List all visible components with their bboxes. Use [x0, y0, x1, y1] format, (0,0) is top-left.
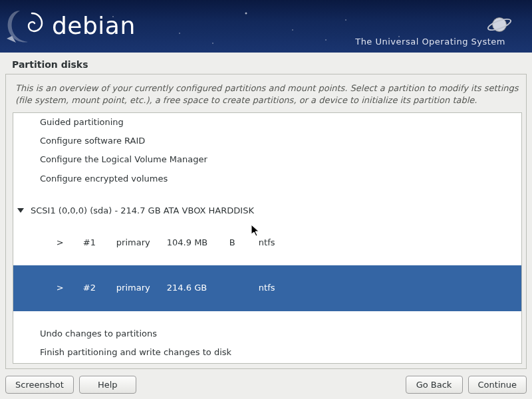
menu-configure-lvm[interactable]: Configure the Logical Volume Manager: [13, 150, 521, 169]
list-spacer: [13, 188, 521, 201]
partition-flag: [229, 281, 259, 295]
list-spacer: [13, 311, 521, 325]
button-bar: Screenshot Help Go Back Continue: [5, 376, 527, 394]
planet-icon: [487, 12, 512, 37]
tagline: The Universal Operating System: [355, 37, 505, 47]
partition-arrow: >: [57, 236, 83, 249]
menu-configure-encrypted[interactable]: Configure encrypted volumes: [13, 170, 521, 188]
disk-row[interactable]: SCSI1 (0,0,0) (sda) - 214.7 GB ATA VBOX …: [13, 201, 521, 220]
content-frame: This is an overview of your currently co…: [5, 74, 527, 369]
partition-listbox[interactable]: Guided partitioning Configure software R…: [13, 112, 522, 364]
partition-number: #2: [83, 281, 116, 295]
disk-label: SCSI1 (0,0,0) (sda) - 214.7 GB ATA VBOX …: [31, 204, 254, 217]
go-back-button[interactable]: Go Back: [406, 376, 463, 394]
page-title: Partition disks: [0, 53, 532, 74]
continue-button[interactable]: Continue: [468, 376, 527, 394]
screenshot-button[interactable]: Screenshot: [5, 376, 74, 394]
menu-guided-partitioning[interactable]: Guided partitioning: [13, 113, 521, 132]
partition-fs: ntfs: [259, 236, 275, 249]
installer-banner: debian The Universal Operating System: [0, 0, 532, 53]
partition-type: primary: [116, 281, 167, 295]
brand-name: debian: [52, 12, 136, 39]
partition-row[interactable]: > #1 primary 104.9 MB B ntfs: [13, 220, 521, 265]
partition-size: 104.9 MB: [167, 236, 229, 249]
partition-number: #1: [83, 236, 116, 249]
menu-undo-changes[interactable]: Undo changes to partitions: [13, 325, 521, 343]
partition-fs: ntfs: [259, 281, 275, 295]
debian-swirl-logo: [5, 5, 52, 45]
menu-configure-raid[interactable]: Configure software RAID: [13, 132, 521, 150]
partition-type: primary: [116, 236, 167, 249]
expand-triangle-icon: [17, 208, 24, 213]
menu-finish-partitioning[interactable]: Finish partitioning and write changes to…: [13, 343, 521, 362]
partition-row[interactable]: > #2 primary 214.6 GB ntfs: [13, 265, 521, 311]
partition-arrow: >: [57, 281, 83, 295]
partition-size: 214.6 GB: [167, 281, 229, 295]
help-button[interactable]: Help: [79, 376, 136, 394]
partition-flag: B: [229, 236, 259, 249]
instructions-text: This is an overview of your currently co…: [13, 82, 522, 112]
